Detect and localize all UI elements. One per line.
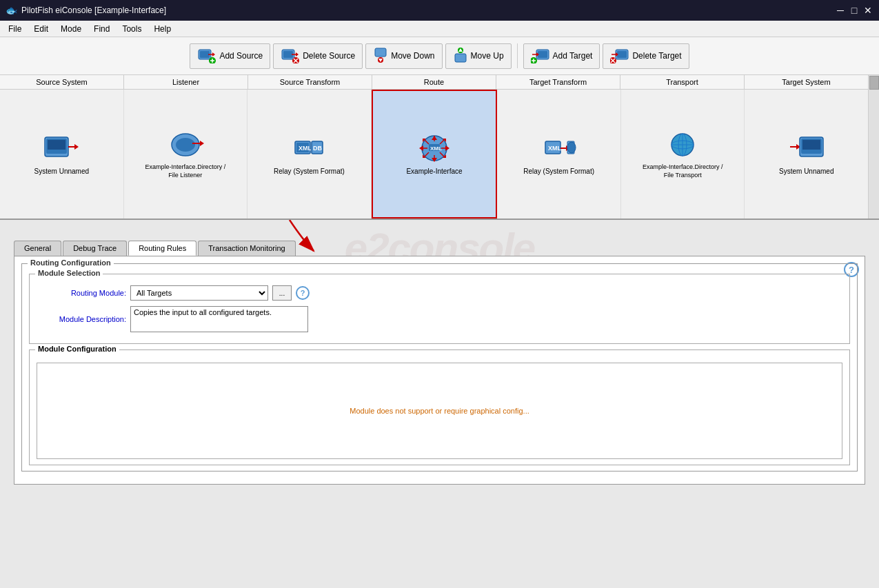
routing-module-help-btn[interactable]: ? — [296, 286, 310, 300]
target-system-label: System Unnamed — [779, 167, 833, 176]
routing-module-row: Routing Module: All TargetsSingle Target… — [37, 285, 842, 301]
module-config-title: Module Configuration — [35, 345, 119, 353]
menu-edit[interactable]: Edit — [28, 23, 54, 35]
module-description-row: Module Description: Copies the input to … — [37, 306, 842, 332]
toolbar-separator — [517, 43, 518, 68]
move-down-icon — [373, 47, 388, 65]
routing-module-label: Routing Module: — [37, 289, 126, 297]
app-icon: 🐟 — [6, 5, 17, 16]
svg-text:XML: XML — [548, 145, 562, 152]
svg-rect-21 — [538, 51, 547, 58]
pipeline-header: Source System Listener Source Transform … — [0, 75, 868, 90]
source-system-label: System Unnamed — [34, 167, 89, 176]
col-transport: Transport — [620, 75, 745, 89]
add-target-button[interactable]: Add Target — [523, 43, 600, 69]
route-cell[interactable]: XML — [372, 90, 498, 219]
route-icon: XML — [415, 132, 454, 164]
transport-label: Example-Interface.Directory / File Trans… — [643, 163, 723, 179]
svg-text:XML: XML — [430, 145, 442, 152]
menu-tools[interactable]: Tools — [117, 23, 147, 35]
target-system-icon — [787, 132, 826, 164]
source-transform-label: Relay (System Format) — [274, 167, 345, 176]
svg-marker-3 — [212, 52, 215, 57]
module-selection-section: Module Selection Routing Module: All Tar… — [29, 274, 850, 344]
delete-target-label: Delete Target — [632, 51, 681, 61]
routing-config-title: Routing Configuration — [28, 258, 114, 267]
delete-source-label: Delete Source — [303, 51, 355, 61]
toolbar: Add Source Delete Source — [0, 37, 879, 75]
svg-marker-56 — [419, 145, 423, 151]
menu-bar: File Edit Mode Find Tools Help — [0, 21, 879, 37]
listener-label: Example-Interface.Directory / File Liste… — [145, 163, 226, 179]
col-target-transform: Target Transform — [496, 75, 620, 89]
move-down-button[interactable]: Move Down — [365, 43, 442, 69]
delete-target-icon — [610, 47, 629, 65]
svg-rect-8 — [283, 51, 293, 58]
svg-text:XML: XML — [299, 145, 312, 152]
menu-find[interactable]: Find — [88, 23, 115, 35]
title-bar: 🐟 PilotFish eiConsole [Example-Interface… — [0, 0, 879, 21]
minimize-button[interactable]: ─ — [835, 5, 846, 16]
tab-debug-trace[interactable]: Debug Trace — [63, 241, 127, 256]
tab-routing-rules[interactable]: Routing Rules — [128, 241, 196, 256]
svg-marker-58 — [445, 145, 449, 151]
svg-point-40 — [176, 138, 195, 152]
transport-cell[interactable]: Example-Interface.Directory / File Trans… — [621, 90, 745, 219]
listener-icon — [166, 129, 205, 161]
transport-icon — [663, 129, 702, 161]
svg-marker-10 — [296, 52, 299, 57]
delete-source-button[interactable]: Delete Source — [273, 43, 363, 69]
svg-text:DB: DB — [313, 145, 322, 152]
svg-rect-1 — [200, 51, 210, 58]
pipeline-scrollbar[interactable] — [868, 75, 879, 219]
tab-bar: General Debug Trace Routing Rules Transa… — [14, 241, 865, 256]
source-transform-cell[interactable]: XML DB Relay (System Format) — [247, 90, 372, 219]
module-config-message: Module does not support or require graph… — [350, 407, 529, 415]
col-target-system: Target System — [745, 75, 868, 89]
add-source-icon — [197, 47, 216, 65]
svg-marker-42 — [200, 141, 204, 146]
routing-module-browse-btn[interactable]: ... — [272, 285, 292, 301]
svg-point-72 — [567, 142, 576, 153]
scrollbar-thumb[interactable] — [869, 76, 879, 90]
listener-cell[interactable]: Example-Interface.Directory / File Liste… — [124, 90, 248, 219]
menu-file[interactable]: File — [3, 23, 27, 35]
col-source-transform: Source Transform — [248, 75, 372, 89]
move-up-button[interactable]: Move Up — [445, 43, 512, 69]
target-transform-icon: XML — [540, 132, 578, 164]
add-target-label: Add Target — [553, 51, 593, 61]
window-title: PilotFish eiConsole [Example-Interface] — [21, 6, 166, 15]
tab-general[interactable]: General — [14, 241, 61, 256]
col-route: Route — [372, 75, 496, 89]
routing-module-select[interactable]: All TargetsSingle TargetScripted — [130, 285, 268, 301]
target-system-cell[interactable]: System Unnamed — [745, 90, 868, 219]
add-target-icon — [531, 47, 550, 65]
svg-rect-14 — [375, 48, 386, 57]
delete-target-button[interactable]: Delete Target — [603, 43, 689, 69]
target-transform-label: Relay (System Format) — [523, 167, 594, 176]
source-transform-icon: XML DB — [290, 132, 328, 164]
svg-rect-17 — [455, 54, 466, 62]
svg-rect-28 — [617, 51, 627, 58]
source-system-cell[interactable]: System Unnamed — [0, 90, 124, 219]
move-down-label: Move Down — [391, 51, 434, 61]
pipeline-row: System Unnamed — [0, 90, 868, 219]
route-label: Example-Interface — [406, 167, 462, 176]
add-source-button[interactable]: Add Source — [190, 43, 270, 69]
module-config-area: Module does not support or require graph… — [37, 363, 842, 459]
move-up-label: Move Up — [471, 51, 504, 61]
menu-mode[interactable]: Mode — [55, 23, 87, 35]
restore-button[interactable]: □ — [849, 5, 860, 16]
routing-config-section: Routing Configuration Module Selection R… — [21, 263, 858, 472]
tab-content-routing-rules: ? Routing Configuration Module Selection — [14, 256, 865, 485]
source-system-icon — [42, 132, 81, 164]
module-selection-title: Module Selection — [35, 269, 103, 277]
close-button[interactable]: ✕ — [862, 5, 873, 16]
menu-help[interactable]: Help — [148, 23, 176, 35]
svg-marker-38 — [74, 144, 79, 150]
col-source-system: Source System — [0, 75, 124, 89]
delete-source-icon — [281, 47, 300, 65]
target-transform-cell[interactable]: XML Relay (System Format) — [497, 90, 621, 219]
module-description-textarea: Copies the input to all configured targe… — [130, 306, 308, 332]
tab-transaction-monitoring[interactable]: Transaction Monitoring — [198, 241, 295, 256]
